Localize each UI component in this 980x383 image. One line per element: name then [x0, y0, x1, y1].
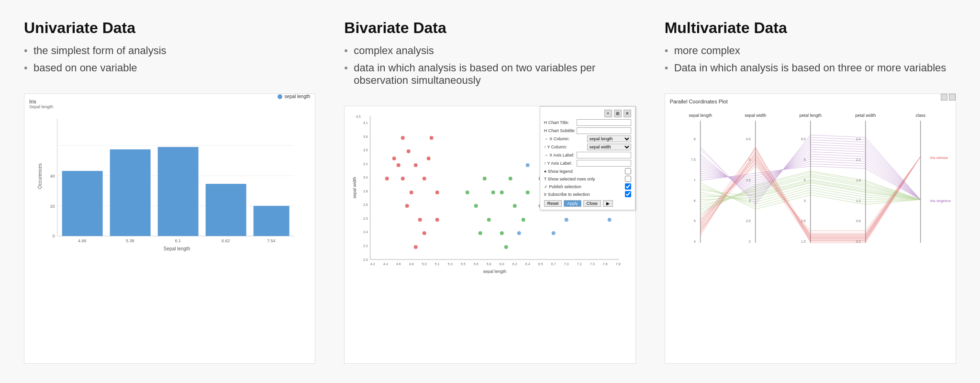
svg-text:petal length: petal length — [799, 113, 822, 118]
svg-point-66 — [435, 191, 439, 194]
config-close-icon[interactable]: ✕ — [624, 110, 631, 117]
parallel-chart-title: Parallel Coordinates Plot — [670, 99, 728, 104]
x-axis-label-row: → X Axis Label: — [544, 152, 631, 158]
histogram-svg: 0 20 40 4.66 5.38 6.1 6.62 7.54 Sepal le… — [29, 114, 310, 253]
show-selected-checkbox[interactable] — [625, 176, 631, 182]
parallel-svg: sepal length sepal width petal length pe… — [670, 106, 951, 255]
publish-label: ✓ Publish selection — [544, 184, 606, 189]
svg-text:6.4: 6.4 — [525, 262, 530, 266]
publish-checkbox[interactable] — [625, 183, 631, 190]
univariate-column: Univariate Data the simplest form of ana… — [10, 10, 330, 373]
svg-text:2.4: 2.4 — [363, 230, 368, 234]
chart-title-input[interactable] — [577, 119, 631, 126]
svg-text:petal width: petal width — [855, 113, 876, 118]
svg-text:2.5: 2.5 — [746, 219, 751, 223]
svg-point-71 — [435, 218, 439, 222]
univariate-bullet-1: the simplest form of analysis — [24, 45, 315, 57]
close-button[interactable]: Close — [583, 200, 601, 207]
svg-text:6.0: 6.0 — [500, 262, 504, 266]
svg-text:3.0: 3.0 — [363, 176, 368, 179]
svg-text:0: 0 — [53, 234, 55, 238]
parallel-chart: Parallel Coordinates Plot sepal length s… — [665, 93, 956, 364]
svg-point-74 — [487, 218, 491, 222]
svg-text:3.5: 3.5 — [363, 148, 368, 152]
svg-text:6.1: 6.1 — [175, 238, 181, 243]
scatter-chart: + ⊞ ✕ H Chart Title: H Chart Subtitle: →… — [344, 106, 635, 364]
svg-point-75 — [500, 191, 504, 194]
svg-point-61 — [414, 163, 418, 167]
y-column-label: ↑ Y Column: — [544, 145, 587, 149]
show-legend-checkbox[interactable] — [625, 168, 631, 174]
svg-point-80 — [509, 177, 512, 180]
apply-button[interactable]: Apply — [564, 200, 581, 207]
svg-text:6.5: 6.5 — [801, 137, 806, 141]
svg-text:4.6: 4.6 — [396, 262, 401, 266]
svg-text:4.8: 4.8 — [409, 262, 414, 266]
x-axis-label-input[interactable] — [577, 152, 631, 158]
y-column-select[interactable]: sepal width — [587, 144, 631, 150]
svg-text:4.66: 4.66 — [78, 238, 87, 243]
chart-subtitle-input[interactable] — [577, 127, 631, 134]
svg-point-56 — [385, 177, 389, 180]
svg-text:sepal width: sepal width — [745, 113, 766, 118]
svg-point-79 — [491, 191, 495, 194]
svg-text:4.5: 4.5 — [746, 137, 751, 141]
svg-point-82 — [483, 177, 487, 180]
svg-point-81 — [522, 218, 525, 222]
svg-text:6.2: 6.2 — [512, 262, 517, 266]
svg-point-67 — [430, 136, 434, 140]
subscribe-label: Ir Subscribe to selection — [544, 192, 606, 197]
subscribe-row: Ir Subscribe to selection — [544, 191, 631, 197]
svg-point-76 — [513, 204, 517, 208]
svg-text:2.4: 2.4 — [856, 137, 861, 141]
show-legend-label: ● Show legend — [544, 169, 606, 174]
config-plus-icon[interactable]: + — [604, 110, 612, 117]
svg-text:3.8: 3.8 — [363, 135, 368, 138]
y-axis-label-input[interactable] — [577, 160, 631, 167]
svg-text:sepal length: sepal length — [483, 269, 507, 274]
svg-text:6.5: 6.5 — [538, 262, 543, 266]
svg-text:7.5: 7.5 — [691, 158, 696, 161]
reset-button[interactable]: Reset — [544, 200, 562, 207]
parallel-icon-1[interactable] — [941, 94, 947, 101]
chart-title-row: H Chart Title: — [544, 119, 631, 126]
svg-text:4.2: 4.2 — [370, 262, 375, 266]
svg-text:5.8: 5.8 — [487, 262, 491, 266]
svg-text:0.6: 0.6 — [856, 219, 861, 223]
multivariate-bullet-1: more complex — [665, 45, 956, 57]
publish-row: ✓ Publish selection — [544, 183, 631, 190]
svg-rect-12 — [254, 206, 290, 236]
svg-point-97 — [526, 163, 530, 167]
x-column-label: → X Column: — [544, 136, 587, 141]
config-grid-icon[interactable]: ⊞ — [614, 110, 622, 117]
svg-point-93 — [565, 218, 568, 222]
parallel-icon-2[interactable] — [949, 94, 956, 101]
config-icon-row: + ⊞ ✕ — [544, 110, 631, 117]
y-column-row: ↑ Y Column: sepal width — [544, 144, 631, 150]
svg-point-99 — [517, 231, 521, 235]
svg-text:2.8: 2.8 — [363, 190, 368, 193]
svg-text:5.38: 5.38 — [126, 238, 134, 243]
multivariate-title: Multivariate Data — [665, 19, 956, 37]
svg-rect-9 — [110, 149, 151, 236]
svg-text:20: 20 — [50, 204, 55, 209]
svg-text:6.62: 6.62 — [222, 238, 230, 243]
univariate-title: Univariate Data — [24, 19, 315, 37]
subscribe-checkbox[interactable] — [625, 191, 631, 197]
bivariate-bullets: complex analysis data in which analysis … — [344, 45, 635, 91]
svg-text:2: 2 — [748, 240, 750, 243]
x-column-select[interactable]: sepal length — [587, 135, 631, 142]
chart-title-label: H Chart Title: — [544, 120, 577, 125]
svg-point-73 — [474, 204, 478, 208]
svg-text:5: 5 — [693, 219, 695, 223]
svg-text:sepal length: sepal length — [689, 113, 712, 118]
svg-text:Iris-setosa: Iris-setosa — [930, 156, 947, 160]
svg-text:3: 3 — [803, 199, 805, 203]
svg-text:2.2: 2.2 — [363, 244, 368, 248]
show-selected-label: T Show selected rows only — [544, 177, 606, 181]
svg-rect-8 — [62, 171, 103, 236]
svg-text:2.0: 2.0 — [363, 258, 368, 261]
svg-point-78 — [479, 231, 482, 235]
svg-point-58 — [401, 177, 405, 180]
expand-button[interactable]: ▶ — [603, 200, 613, 207]
